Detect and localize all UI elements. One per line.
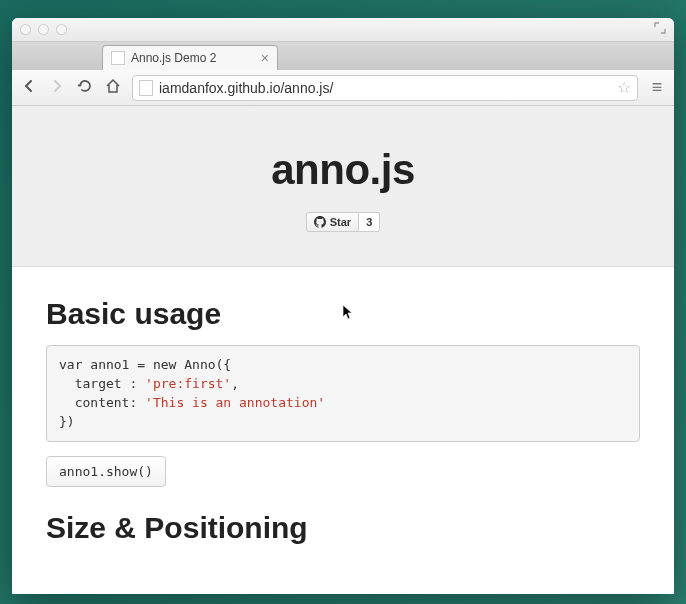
basic-usage-heading: Basic usage (46, 297, 640, 331)
code-line: , (231, 376, 239, 391)
size-positioning-heading: Size & Positioning (46, 511, 640, 545)
url-input[interactable] (159, 80, 611, 96)
close-tab-icon[interactable]: × (261, 51, 269, 65)
code-line: target : (59, 376, 145, 391)
tab-title: Anno.js Demo 2 (131, 51, 216, 65)
star-count[interactable]: 3 (359, 212, 380, 232)
hero-section: anno.js Star 3 (12, 106, 674, 267)
menu-button[interactable]: ≡ (648, 77, 666, 98)
code-line: content: (59, 395, 145, 410)
star-label: Star (330, 216, 351, 228)
code-line: }) (59, 414, 75, 429)
browser-toolbar: ☆ ≡ (12, 70, 674, 106)
reload-button[interactable] (76, 78, 94, 98)
page-icon (139, 80, 153, 96)
browser-window: Anno.js Demo 2 × ☆ ≡ anno.js (12, 18, 674, 594)
code-string: 'This is an annotation' (145, 395, 325, 410)
traffic-lights (20, 24, 67, 35)
bookmark-star-icon[interactable]: ☆ (617, 78, 631, 97)
forward-button[interactable] (48, 78, 66, 98)
code-block-basic-usage: var anno1 = new Anno({ target : 'pre:fir… (46, 345, 640, 442)
maximize-window-button[interactable] (56, 24, 67, 35)
close-window-button[interactable] (20, 24, 31, 35)
github-star-widget[interactable]: Star 3 (306, 212, 381, 232)
github-icon (314, 216, 326, 228)
minimize-window-button[interactable] (38, 24, 49, 35)
page-title: anno.js (12, 146, 674, 194)
code-string: 'pre:first' (145, 376, 231, 391)
window-titlebar (12, 18, 674, 42)
github-star-button[interactable]: Star (306, 212, 359, 232)
address-bar[interactable]: ☆ (132, 75, 638, 101)
page-body: Basic usage var anno1 = new Anno({ targe… (12, 267, 674, 589)
home-button[interactable] (104, 78, 122, 98)
tab-strip: Anno.js Demo 2 × (12, 42, 674, 70)
back-button[interactable] (20, 78, 38, 98)
page-favicon-icon (111, 51, 125, 65)
show-annotation-button[interactable]: anno1.show() (46, 456, 166, 487)
page-content: anno.js Star 3 Basic usage var anno1 = n… (12, 106, 674, 594)
fullscreen-icon[interactable] (654, 22, 666, 36)
code-line: var anno1 = new Anno({ (59, 357, 231, 372)
browser-tab[interactable]: Anno.js Demo 2 × (102, 45, 278, 70)
